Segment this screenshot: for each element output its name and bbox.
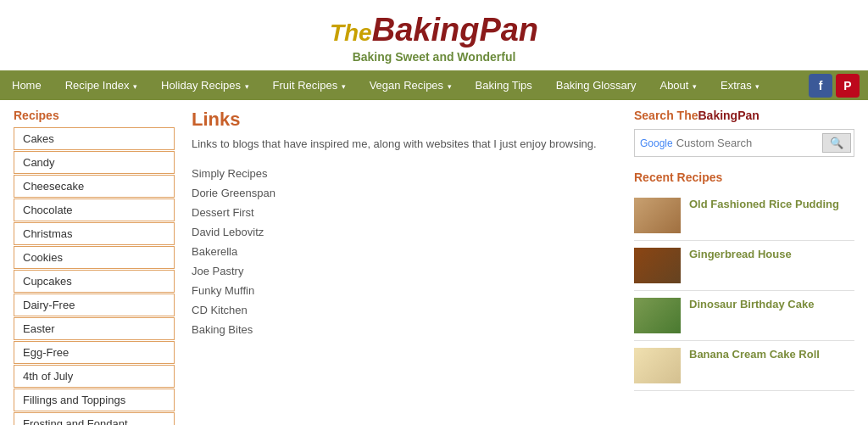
link-item-funky-muffin[interactable]: Funky Muffin — [192, 281, 617, 300]
recipe-thumbnail — [634, 348, 681, 383]
nav-item-about[interactable]: About ▾ — [648, 70, 709, 100]
header: TheBakingPan Baking Sweet and Wonderful — [0, 0, 868, 70]
pinterest-button[interactable]: P — [836, 74, 860, 98]
search-title: Search TheBakingPan — [634, 109, 854, 122]
search-button[interactable]: 🔍 — [822, 133, 851, 153]
nav-item-vegan-recipes[interactable]: Vegan Recipes ▾ — [358, 70, 464, 100]
sidebar-item-egg-free[interactable]: Egg-Free — [14, 341, 175, 364]
nav-arrow-icon: ▾ — [754, 82, 760, 91]
nav-arrow-icon: ▾ — [131, 82, 138, 91]
recent-recipe-name[interactable]: Gingerbread House — [689, 248, 792, 262]
link-item-simply-recipes[interactable]: Simply Recipes — [192, 164, 617, 183]
search-input[interactable] — [676, 137, 819, 149]
nav-arrow-icon: ▾ — [242, 82, 249, 91]
main-content: Recipes CakesCandyCheesecakeChocolateChr… — [0, 100, 868, 425]
sidebar-item-chocolate[interactable]: Chocolate — [14, 199, 175, 221]
recent-recipe-name[interactable]: Banana Cream Cake Roll — [689, 348, 820, 362]
sidebar-item-fillings-and-toppings[interactable]: Fillings and Toppings — [14, 389, 175, 411]
nav-item-home[interactable]: Home — [0, 70, 53, 100]
recent-item: Gingerbread House — [634, 241, 854, 291]
recent-recipes-title: Recent Recipes — [634, 171, 854, 184]
right-panel: Search TheBakingPan Google 🔍 Recent Reci… — [634, 109, 854, 425]
recipe-thumbnail — [634, 248, 681, 283]
nav-arrow-icon: ▾ — [690, 82, 697, 91]
search-title-brand: BakingPan — [698, 109, 759, 122]
sidebar-item-4th-of-july[interactable]: 4th of July — [14, 365, 175, 388]
recent-recipe-name[interactable]: Old Fashioned Rice Pudding — [689, 198, 839, 212]
recent-item: Dinosaur Birthday Cake — [634, 291, 854, 341]
tagline: Baking Sweet and Wonderful — [0, 50, 868, 64]
recent-item: Old Fashioned Rice Pudding — [634, 191, 854, 241]
social-icons: f P — [809, 74, 868, 98]
sidebar-title: Recipes — [14, 109, 175, 122]
sidebar-item-cheesecake[interactable]: Cheesecake — [14, 175, 175, 198]
recipe-thumbnail — [634, 298, 681, 333]
nav-item-holiday-recipes[interactable]: Holiday Recipes ▾ — [149, 70, 260, 100]
nav-item-extras[interactable]: Extras ▾ — [709, 70, 771, 100]
link-item-bakerella[interactable]: Bakerella — [192, 242, 617, 261]
sidebar-item-dairy-free[interactable]: Dairy-Free — [14, 294, 175, 316]
recent-item: Banana Cream Cake Roll — [634, 341, 854, 391]
recent-items: Old Fashioned Rice PuddingGingerbread Ho… — [634, 191, 854, 391]
google-label: Google — [640, 137, 673, 149]
sidebar-item-cookies[interactable]: Cookies — [14, 246, 175, 269]
links-list: Simply RecipesDorie GreenspanDessert Fir… — [192, 164, 617, 339]
recipe-thumbnail — [634, 198, 681, 233]
nav-arrow-icon: ▾ — [445, 82, 452, 91]
main-nav: HomeRecipe Index ▾Holiday Recipes ▾Fruit… — [0, 70, 868, 100]
nav-item-baking-tips[interactable]: Baking Tips — [464, 70, 544, 100]
search-box: Google 🔍 — [634, 129, 854, 157]
facebook-button[interactable]: f — [809, 74, 832, 98]
sidebar-item-cupcakes[interactable]: Cupcakes — [14, 270, 175, 293]
link-item-cd-kitchen[interactable]: CD Kitchen — [192, 300, 617, 320]
sidebar-item-christmas[interactable]: Christmas — [14, 222, 175, 245]
sidebar-item-candy[interactable]: Candy — [14, 151, 175, 174]
link-item-david-lebovitz[interactable]: David Lebovitz — [192, 222, 617, 242]
link-item-baking-bites[interactable]: Baking Bites — [192, 320, 617, 339]
nav-arrow-icon: ▾ — [339, 82, 346, 91]
sidebar-item-frosting-and-fondant[interactable]: Frosting and Fondant — [14, 412, 175, 425]
link-item-joe-pastry[interactable]: Joe Pastry — [192, 261, 617, 281]
link-item-dessert-first[interactable]: Dessert First — [192, 203, 617, 222]
nav-item-baking-glossary[interactable]: Baking Glossary — [544, 70, 648, 100]
content-description: Links to blogs that have inspired me, al… — [192, 137, 617, 150]
recent-recipe-name[interactable]: Dinosaur Birthday Cake — [689, 298, 814, 312]
sidebar-item-cakes[interactable]: Cakes — [14, 127, 175, 150]
content-area: Links Links to blogs that have inspired … — [175, 109, 634, 425]
logo[interactable]: TheBakingPan — [330, 12, 538, 48]
sidebar: Recipes CakesCandyCheesecakeChocolateChr… — [14, 109, 175, 425]
nav-links: HomeRecipe Index ▾Holiday Recipes ▾Fruit… — [0, 70, 809, 100]
logo-the: The — [330, 20, 372, 46]
nav-item-fruit-recipes[interactable]: Fruit Recipes ▾ — [261, 70, 358, 100]
sidebar-items: CakesCandyCheesecakeChocolateChristmasCo… — [14, 127, 175, 425]
nav-item-recipe-index[interactable]: Recipe Index ▾ — [53, 70, 149, 100]
logo-baking-pan: BakingPan — [372, 12, 538, 48]
page-title: Links — [192, 109, 617, 131]
sidebar-item-easter[interactable]: Easter — [14, 317, 175, 340]
link-item-dorie-greenspan[interactable]: Dorie Greenspan — [192, 183, 617, 203]
search-title-text: Search The — [634, 109, 698, 122]
